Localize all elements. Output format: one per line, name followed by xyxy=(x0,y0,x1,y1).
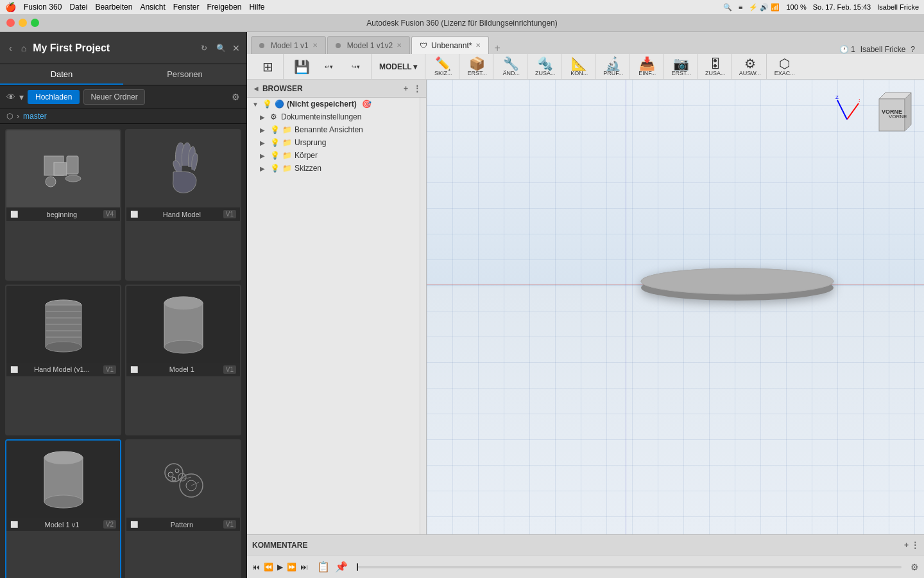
timeline-settings-button[interactable]: ⚙ xyxy=(911,562,919,572)
toolbar-zusa-section: 🔩 ZUSA... xyxy=(530,54,561,79)
new-folder-button[interactable]: Neuer Ordner xyxy=(83,89,144,105)
comment-add-button[interactable]: + xyxy=(904,541,909,550)
redo-dropdown-button[interactable]: ↪▾ xyxy=(343,62,368,71)
sketch-icon: ✏️ xyxy=(435,57,451,70)
erst-button[interactable]: 📦 ERST... xyxy=(465,56,490,78)
window-controls xyxy=(0,19,39,27)
comment-bar: KOMMENTARE + ⋮ xyxy=(247,534,924,555)
svg-line-28 xyxy=(191,482,199,486)
browser-item-views[interactable]: ▶ 💡 📁 Benannte Ansichten xyxy=(247,123,420,136)
undo-dropdown-button[interactable]: ↩▾ xyxy=(316,62,341,71)
tab-model1-v1v2[interactable]: Model 1 v1v2 ✕ xyxy=(327,36,410,54)
zusa2-button[interactable]: 🎛 ZUSA... xyxy=(703,56,728,78)
file-card-pattern[interactable]: ⬜ Pattern V1 xyxy=(125,439,241,578)
tab-unsaved-model1-v1 xyxy=(259,43,264,48)
playback-end-button[interactable]: ⏭ xyxy=(300,563,308,572)
browser-item-docsettings[interactable]: ▶ ⚙ Dokumenteinstellungen xyxy=(247,110,420,123)
expand-icon: ▼ xyxy=(252,101,260,108)
notification-icon[interactable]: ≡ xyxy=(739,3,742,11)
file-card-model1[interactable]: ⬜ Model 1 V1 xyxy=(125,285,241,436)
apple-menu[interactable]: 🍎 xyxy=(5,2,16,12)
comment-more-button[interactable]: ⋮ xyxy=(911,541,919,550)
browser-item-bodies[interactable]: ▶ 💡 📁 Körper xyxy=(247,149,420,162)
file-card-beginning[interactable]: ⬜ beginning V4 xyxy=(5,129,121,281)
einf-button[interactable]: 📥 EINF... xyxy=(635,56,660,78)
svg-text:Z: Z xyxy=(835,94,839,100)
browser-root-label: (Nicht gespeichert) xyxy=(287,100,357,109)
menu-bearbeiten[interactable]: Bearbeiten xyxy=(95,3,132,12)
browser-collapse-button[interactable]: ◄ xyxy=(252,84,260,93)
ausw-button[interactable]: ⚙ AUSW... xyxy=(737,56,764,78)
toolbar: ⊞ 💾 ↩▾ ↪▾ MODELL ▾ xyxy=(247,54,924,80)
view-gizmo[interactable]: VORNE VORNE xyxy=(866,86,918,137)
add-tab-button[interactable]: + xyxy=(490,42,504,54)
battery-indicator: 100 % xyxy=(786,3,806,11)
browser-item-sketches[interactable]: ▶ 💡 📁 Skizzen xyxy=(247,162,420,175)
menu-freigeben[interactable]: Freigeben xyxy=(207,3,241,12)
maximize-button[interactable] xyxy=(31,19,39,27)
browser-panel: ◄ BROWSER + ⋮ ▼ 💡 🔵 (Nicht gespeichert) … xyxy=(247,80,427,534)
tab-unbenannt[interactable]: 🛡 Unbenannt* ✕ xyxy=(411,36,489,54)
search-button[interactable]: 🔍 xyxy=(214,42,228,54)
browser-add-button[interactable]: + xyxy=(404,84,408,93)
browser-item-root[interactable]: ▼ 💡 🔵 (Nicht gespeichert) 🎯 xyxy=(247,98,420,110)
menu-bar: 🍎 Fusion 360 Datei Bearbeiten Ansicht Fe… xyxy=(0,0,924,14)
pruf-button[interactable]: 🔬 PRÜF... xyxy=(601,56,626,78)
file-card-model1-v1[interactable]: ⬜ Model 1 v1 V2 xyxy=(5,439,121,578)
view-toggle-button[interactable]: 👁 xyxy=(6,92,15,102)
tab-model1-v1[interactable]: Model 1 v1 ✕ xyxy=(251,36,326,54)
grid-view-button[interactable]: ⊞ xyxy=(255,59,280,74)
close-sidebar-button[interactable]: ✕ xyxy=(232,43,240,53)
tab-close-unbenannt[interactable]: ✕ xyxy=(475,42,481,49)
tab-personen[interactable]: Personen xyxy=(123,64,246,85)
playback-prev-button[interactable]: ⏪ xyxy=(264,563,273,572)
upload-button[interactable]: Hochladen xyxy=(28,90,80,104)
save-button[interactable]: 💾 xyxy=(289,59,314,74)
svg-point-22 xyxy=(168,472,173,477)
browser-bar: ◄ BROWSER + ⋮ xyxy=(247,80,426,98)
tab-close-model1-v1v2[interactable]: ✕ xyxy=(397,42,402,49)
file-card-hand-model[interactable]: ⬜ Hand Model V1 xyxy=(125,129,241,281)
tab-close-model1-v1[interactable]: ✕ xyxy=(312,42,318,49)
playback-start-button[interactable]: ⏮ xyxy=(252,563,260,572)
sidebar-settings-button[interactable]: ⚙ xyxy=(232,92,240,102)
browser-more-button[interactable]: ⋮ xyxy=(413,84,421,93)
menu-hilfe[interactable]: Hilfe xyxy=(250,3,265,12)
back-button[interactable]: ‹ xyxy=(6,42,15,55)
file-card-hand-model-v1[interactable]: ⬜ Hand Model (v1... V1 xyxy=(5,285,121,436)
svg-marker-35 xyxy=(905,92,911,131)
viewport-area[interactable]: VORNE VORNE X Z xyxy=(427,80,924,534)
home-button[interactable]: ⌂ xyxy=(19,42,29,55)
folder4-icon: 📁 xyxy=(282,164,292,173)
model-dropdown-button[interactable]: MODELL ▾ xyxy=(377,61,420,73)
skiz-button[interactable]: ✏️ SKIZ... xyxy=(431,56,456,78)
tab-daten[interactable]: Daten xyxy=(0,64,123,85)
menu-fusion360[interactable]: Fusion 360 xyxy=(24,3,62,12)
playback-next-button[interactable]: ⏩ xyxy=(287,563,296,572)
viewport-axis-vertical xyxy=(626,80,626,534)
exac-button[interactable]: ⬡ EXAC... xyxy=(772,56,798,78)
insert-icon: 📥 xyxy=(639,57,655,70)
lightbulb4-icon: 💡 xyxy=(270,151,280,160)
sort-dropdown-button[interactable]: ▾ xyxy=(19,92,24,102)
browser-item-origin[interactable]: ▶ 💡 📁 Ursprung xyxy=(247,136,420,149)
refresh-button[interactable]: ↻ xyxy=(198,42,210,54)
toolbar-grid-section: ⊞ xyxy=(252,54,284,79)
user-display[interactable]: Isabell Fricke xyxy=(860,45,906,54)
tab-unsaved-model1-v1v2 xyxy=(336,43,341,48)
erst2-button[interactable]: 📷 ERST... xyxy=(669,56,694,78)
menu-fenster[interactable]: Fenster xyxy=(173,3,200,12)
zusa-button[interactable]: 🔩 ZUSA... xyxy=(533,56,558,78)
and-button[interactable]: 🔧 ÄND... xyxy=(499,56,524,78)
help-button[interactable]: ? xyxy=(911,45,915,54)
minimize-button[interactable] xyxy=(19,19,27,27)
kon-button[interactable]: 📐 KON... xyxy=(567,56,592,78)
playback-play-button[interactable]: ▶ xyxy=(277,563,283,572)
menu-datei[interactable]: Datei xyxy=(69,3,87,12)
spotlight-icon[interactable]: 🔍 xyxy=(723,3,732,12)
close-button[interactable] xyxy=(6,19,15,27)
timeline-bar[interactable] xyxy=(357,566,902,568)
menu-ansicht[interactable]: Ansicht xyxy=(140,3,165,12)
browser-docsettings-label: Dokumenteinstellungen xyxy=(281,112,361,121)
model-chevron-icon: ▾ xyxy=(413,62,417,71)
